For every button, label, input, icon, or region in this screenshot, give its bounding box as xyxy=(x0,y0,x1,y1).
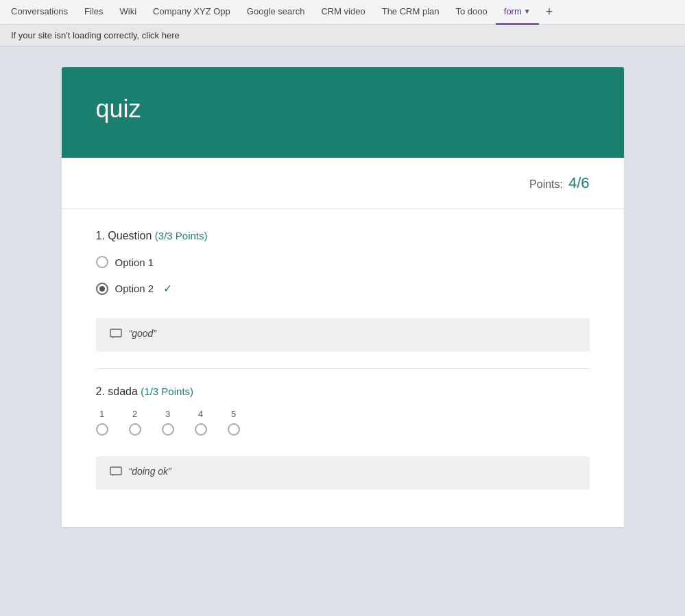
scale-3[interactable]: 3 xyxy=(162,409,174,436)
question-1-option-1-label: Option 1 xyxy=(115,257,154,268)
warning-banner: If your site isn't loading correctly, cl… xyxy=(0,25,685,47)
questions-area: 1. Question (3/3 Points) Option 1 Option… xyxy=(62,209,624,527)
scale-2[interactable]: 2 xyxy=(129,409,141,436)
question-1-option-2-radio[interactable] xyxy=(96,283,108,295)
tab-company-xyz[interactable]: Company XYZ Opp xyxy=(145,0,239,25)
question-1-feedback-text: “good” xyxy=(129,328,156,339)
scale-label-3: 3 xyxy=(165,409,170,419)
tab-form-chevron-icon: ▼ xyxy=(524,8,531,15)
question-2-scale: 1 2 3 4 5 xyxy=(96,409,590,436)
comment-icon-2 xyxy=(110,466,122,480)
question-divider xyxy=(96,368,590,369)
correct-checkmark-icon: ✓ xyxy=(163,282,172,295)
main-area: quiz Points: 4/6 1. Question (3/3 Points… xyxy=(0,47,685,616)
points-label: Points: xyxy=(529,178,563,190)
scale-label-1: 1 xyxy=(99,409,104,419)
question-1-title: 1. Question (3/3 Points) xyxy=(96,230,590,242)
form-title: quiz xyxy=(96,95,590,123)
question-1-option-2-row[interactable]: Option 2 ✓ xyxy=(96,279,590,298)
question-2-points: (1/3 Points) xyxy=(141,386,193,397)
scale-radio-3[interactable] xyxy=(162,423,174,436)
tab-bar: Conversations Files Wiki Company XYZ Opp… xyxy=(0,0,685,25)
question-1-option-1-row[interactable]: Option 1 xyxy=(96,253,590,271)
scale-label-4: 4 xyxy=(198,409,203,419)
question-1-option-1-radio[interactable] xyxy=(96,256,108,268)
svg-rect-1 xyxy=(110,467,121,475)
question-2-block: 2. sdada (1/3 Points) 1 2 3 xyxy=(96,386,590,436)
scale-4[interactable]: 4 xyxy=(195,409,207,436)
tab-form[interactable]: form ▼ xyxy=(496,0,539,25)
question-2-feedback-text: “doing ok” xyxy=(129,466,171,477)
scale-5[interactable]: 5 xyxy=(228,409,240,436)
question-1-option-2-label: Option 2 xyxy=(115,283,154,294)
tab-google-search[interactable]: Google search xyxy=(239,0,313,25)
form-header: quiz xyxy=(62,67,624,158)
question-2-feedback: “doing ok” xyxy=(96,456,590,490)
tab-wiki[interactable]: Wiki xyxy=(112,0,145,25)
scale-radio-4[interactable] xyxy=(195,423,207,436)
scale-label-2: 2 xyxy=(132,409,137,419)
add-tab-button[interactable]: + xyxy=(539,0,560,25)
question-2-title: 2. sdada (1/3 Points) xyxy=(96,386,590,398)
svg-rect-0 xyxy=(110,329,121,337)
comment-icon xyxy=(110,329,122,342)
tab-conversations[interactable]: Conversations xyxy=(3,0,76,25)
scale-radio-1[interactable] xyxy=(96,423,108,436)
tab-crm-video[interactable]: CRM video xyxy=(313,0,373,25)
question-1-block: 1. Question (3/3 Points) Option 1 Option… xyxy=(96,230,590,298)
points-section: Points: 4/6 xyxy=(62,158,624,209)
tab-files[interactable]: Files xyxy=(76,0,111,25)
points-value: 4/6 xyxy=(568,174,590,191)
form-container: quiz Points: 4/6 1. Question (3/3 Points… xyxy=(62,67,624,527)
question-1-points: (3/3 Points) xyxy=(155,230,208,241)
scale-1[interactable]: 1 xyxy=(96,409,108,436)
tab-crm-plan[interactable]: The CRM plan xyxy=(374,0,448,25)
scale-label-5: 5 xyxy=(231,409,236,419)
tab-to-dooo[interactable]: To dooo xyxy=(448,0,496,25)
scale-radio-2[interactable] xyxy=(129,423,141,436)
question-1-feedback: “good” xyxy=(96,318,590,352)
scale-radio-5[interactable] xyxy=(228,423,240,436)
